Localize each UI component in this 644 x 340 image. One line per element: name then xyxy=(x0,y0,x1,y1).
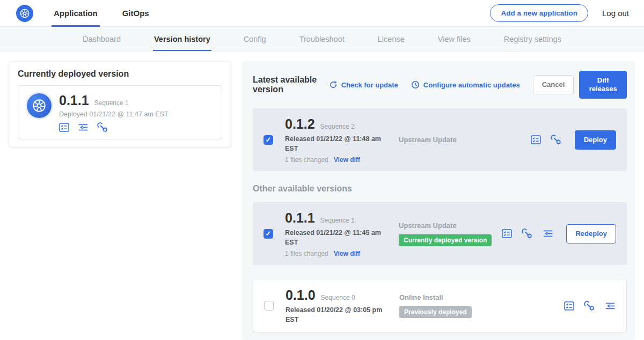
version-info: 0.1.0 Sequence 0 Released 01/20/22 @ 03:… xyxy=(286,287,399,324)
version-actions: Deploy xyxy=(531,130,616,150)
release-notes-icon[interactable] xyxy=(531,135,541,144)
version-row: 0.1.2 Sequence 2 Released 01/21/22 @ 11:… xyxy=(253,108,627,171)
subnav-tab-license[interactable]: License xyxy=(361,27,421,51)
version-select-checkbox[interactable] xyxy=(264,301,274,311)
top-navbar: Application GitOps Add a new application… xyxy=(0,0,644,27)
currently-deployed-card: Currently deployed version 0.1.1 Sequenc… xyxy=(9,61,231,147)
logout-link[interactable]: Log out xyxy=(602,9,629,18)
version-sequence: Sequence 2 xyxy=(320,123,355,130)
release-notes-icon[interactable] xyxy=(59,123,69,132)
version-source-label: Upstream Update xyxy=(399,136,525,144)
version-number: 0.1.1 xyxy=(285,210,315,226)
subnav-tab-version-history[interactable]: Version history xyxy=(137,27,227,51)
tab-gitops[interactable]: GitOps xyxy=(120,0,151,26)
version-sequence: Sequence 1 xyxy=(320,217,355,224)
version-sequence: Sequence 0 xyxy=(321,294,355,301)
deployed-sequence: Sequence 1 xyxy=(94,99,129,107)
deploy-logs-icon[interactable] xyxy=(605,302,616,310)
tab-gitops-label: GitOps xyxy=(122,9,149,18)
version-released-timestamp: Released 01/21/22 @ 11:48 am EST xyxy=(285,135,387,153)
files-changed-label: 1 files changed xyxy=(285,156,328,164)
release-notes-icon[interactable] xyxy=(564,301,574,311)
diff-releases-button[interactable]: Diff releases xyxy=(579,71,627,99)
version-info: 0.1.2 Sequence 2 Released 01/21/22 @ 11:… xyxy=(285,116,399,164)
version-select-checkbox[interactable] xyxy=(264,229,273,239)
deployed-version-info: 0.1.1 Sequence 1 Deployed 01/21/22 @ 11:… xyxy=(59,92,169,132)
view-diff-link[interactable]: View diff xyxy=(334,156,360,164)
app-kubernetes-icon xyxy=(27,93,52,118)
deploy-logs-icon[interactable] xyxy=(543,230,553,238)
subnav-tab-registry-settings[interactable]: Registry settings xyxy=(487,27,578,51)
version-info: 0.1.1 Sequence 1 Released 01/21/22 @ 11:… xyxy=(285,210,399,257)
cancel-button[interactable]: Cancel xyxy=(533,75,574,94)
version-select-checkbox[interactable] xyxy=(264,135,273,145)
version-row: 0.1.1 Sequence 1 Released 01/21/22 @ 11:… xyxy=(253,202,627,265)
deploy-logs-icon[interactable] xyxy=(78,123,89,131)
release-notes-icon[interactable] xyxy=(502,229,512,238)
version-number: 0.1.2 xyxy=(285,116,315,132)
clock-icon xyxy=(411,80,420,89)
topnav-right: Add a new application Log out xyxy=(490,4,629,22)
kubernetes-logo-icon[interactable] xyxy=(16,5,33,22)
status-badge: Previously deployed xyxy=(399,306,472,318)
version-source: Upstream Update Currently deployed versi… xyxy=(399,221,502,246)
subnav-tab-view-files[interactable]: View files xyxy=(421,27,487,51)
version-source-label: Upstream Update xyxy=(399,221,496,230)
check-for-update-link[interactable]: Check for update xyxy=(329,80,398,89)
version-released-timestamp: Released 01/20/22 @ 03:05 pm EST xyxy=(286,306,387,324)
subnav-tab-config[interactable]: Config xyxy=(227,27,283,51)
version-history-panel: Latest available version Check for updat… xyxy=(242,61,635,340)
version-source: Upstream Update xyxy=(399,136,531,144)
helm-wheel-icon xyxy=(19,8,30,19)
version-number: 0.1.0 xyxy=(286,287,316,303)
panel-header: Latest available version Check for updat… xyxy=(253,71,627,99)
main-content: Currently deployed version 0.1.1 Sequenc… xyxy=(0,51,644,340)
version-actions xyxy=(564,301,616,311)
app-subnav: Dashboard Version history Config Trouble… xyxy=(0,27,644,51)
view-diff-link[interactable]: View diff xyxy=(334,250,360,257)
latest-version-title: Latest available version xyxy=(253,75,321,94)
status-badge: Currently deployed version xyxy=(399,234,492,246)
config-icon[interactable] xyxy=(551,135,562,145)
subnav-tab-dashboard[interactable]: Dashboard xyxy=(66,27,137,51)
version-source-label: Online Install xyxy=(399,293,559,301)
tab-application[interactable]: Application xyxy=(52,0,100,26)
version-released-timestamp: Released 01/21/22 @ 11:45 am EST xyxy=(285,228,387,247)
deployed-version-number: 0.1.1 xyxy=(59,92,89,108)
config-icon[interactable] xyxy=(584,301,595,311)
deployed-timestamp: Deployed 01/21/22 @ 11:47 am EST xyxy=(59,110,169,118)
configure-automatic-updates-label: Configure automatic updates xyxy=(423,81,520,89)
subnav-tab-troubleshoot[interactable]: Troubleshoot xyxy=(283,27,361,51)
add-new-application-button[interactable]: Add a new application xyxy=(490,4,588,22)
tab-application-label: Application xyxy=(54,9,98,18)
version-source: Online Install Previously deployed xyxy=(399,293,564,318)
helm-wheel-icon xyxy=(32,98,47,113)
deployed-card-title: Currently deployed version xyxy=(18,69,222,79)
other-versions-title: Other available versions xyxy=(253,184,627,194)
redeploy-button[interactable]: Redeploy xyxy=(566,224,616,243)
deploy-button[interactable]: Deploy xyxy=(575,130,616,150)
deployed-version-card: 0.1.1 Sequence 1 Deployed 01/21/22 @ 11:… xyxy=(18,85,222,139)
config-icon[interactable] xyxy=(522,228,533,239)
version-row: 0.1.0 Sequence 0 Released 01/20/22 @ 03:… xyxy=(253,279,627,332)
config-icon[interactable] xyxy=(97,122,108,132)
topnav-tabs: Application GitOps xyxy=(52,0,172,26)
check-for-update-label: Check for update xyxy=(341,81,398,89)
refresh-icon xyxy=(329,80,338,89)
configure-automatic-updates-link[interactable]: Configure automatic updates xyxy=(411,80,520,89)
version-actions: Redeploy xyxy=(502,224,616,243)
files-changed-label: 1 files changed xyxy=(285,250,328,257)
